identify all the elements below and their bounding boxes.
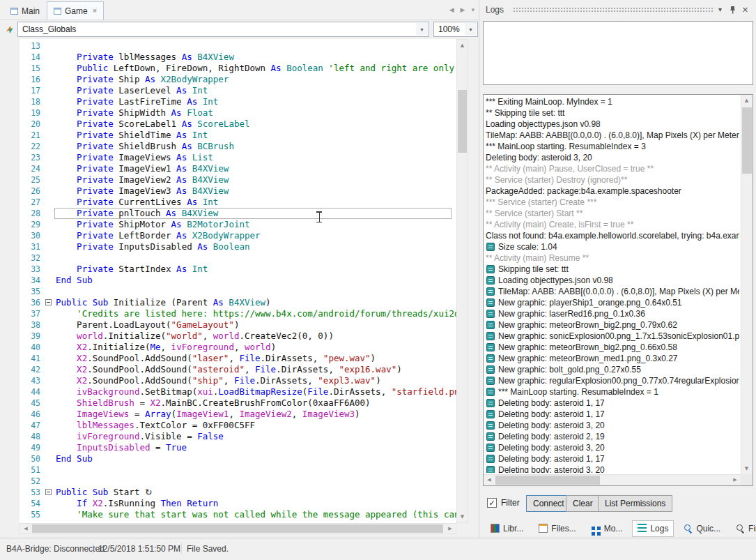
code-line[interactable]: 18 Private LastFireTime As Int (20, 96, 456, 107)
logs-output-box[interactable]: *** Exiting MainLoop. MyIndex = 1** Skip… (483, 94, 753, 486)
code-line[interactable]: 26 Private ImageView3 As B4XView (20, 186, 456, 197)
code-line[interactable]: 30 Private LeftBorder As X2BodyWrapper (20, 230, 456, 241)
log-line[interactable]: Loading objecttypes.json v0.98 (486, 119, 739, 130)
log-line[interactable]: Deleting body: asteroid 3, 20 (486, 152, 739, 163)
log-line[interactable]: Skipping tile set: ttt (486, 264, 739, 275)
log-line[interactable]: ** Activity (main) Pause, UserClosed = t… (486, 163, 739, 174)
log-line[interactable]: ** Service (starter) Destroy (ignored)** (486, 174, 739, 186)
code-line[interactable]: 40 X2.Initialize(Me, ivForeground, world… (20, 342, 456, 353)
scrollbar-thumb[interactable] (742, 107, 752, 174)
code-line[interactable]: 24 Private ImageView1 As B4XView (20, 163, 456, 174)
log-line[interactable]: New graphic: sonicExplosion00.png_1.7x1.… (486, 331, 739, 342)
code-line[interactable]: 46 ImageViews = Array(ImageView1, ImageV… (20, 409, 456, 420)
code-line[interactable]: 37 'Credits are listed here: https://www… (20, 308, 456, 319)
log-line[interactable]: New graphic: meteorBrown_big2.png_0.79x0… (486, 319, 739, 331)
sub-selector-combobox[interactable]: Class_Globals ▾ (17, 22, 429, 37)
log-line[interactable]: New graphic: playerShip1_orange.png_0.64… (486, 297, 739, 308)
log-line[interactable]: Deleting body: asteroid 1, 17 (486, 453, 739, 464)
log-line[interactable]: New graphic: regularExplosion00.png_0.77… (486, 375, 739, 386)
code-line[interactable]: 54 If X2.IsRunning Then Return (20, 498, 456, 509)
chevron-down-icon[interactable]: ▾ (416, 23, 428, 36)
code-line[interactable]: 49 InputsDisabled = True (20, 442, 456, 453)
code-line[interactable]: 13 (20, 40, 456, 52)
tab-find[interactable]: Find... (730, 520, 756, 537)
scroll-down-icon[interactable]: ▼ (741, 463, 752, 474)
log-line[interactable]: ** Service (starter) Start ** (486, 208, 739, 219)
code-line[interactable]: 20 Private ScoreLabel1 As ScoreLabel (20, 119, 456, 130)
logs-panel-header[interactable]: Logs ▾ × (479, 0, 756, 20)
code-line[interactable]: 19 Private ShipWidth As Float (20, 107, 456, 119)
scrollbar-thumb[interactable] (458, 90, 467, 153)
log-line[interactable]: *** Exiting MainLoop. MyIndex = 1 (486, 96, 739, 107)
code-line[interactable]: 34End Sub (20, 275, 456, 286)
pin-icon[interactable] (727, 4, 738, 15)
clear-button[interactable]: Clear (566, 495, 600, 512)
code-line[interactable]: 22 Private ShieldBrush As BCBrush (20, 141, 456, 152)
panel-splitter[interactable] (468, 39, 479, 534)
code-line[interactable]: 21 Private ShieldTime As Int (20, 130, 456, 141)
log-line[interactable]: New graphic: bolt_gold.png_0.27x0.55 (486, 364, 739, 375)
scroll-left-icon[interactable]: ◀ (484, 475, 495, 485)
code-line[interactable]: 28 Private pnlTouch As B4XView (20, 208, 456, 219)
log-line[interactable]: Loading objecttypes.json v0.98 (486, 275, 739, 286)
log-line[interactable]: Deleting body: asteroid 2, 19 (486, 431, 739, 442)
code-line[interactable]: 27 Private CurrentLives As Int (20, 197, 456, 208)
tab-quick-search[interactable]: Quic... (678, 520, 726, 537)
code-line[interactable]: 25 Private ImageView2 As B4XView (20, 174, 456, 186)
log-line[interactable]: New graphic: meteorBrown_big2.png_0.66x0… (486, 342, 739, 353)
tab-logs[interactable]: Logs (632, 520, 674, 537)
code-line[interactable]: 17 Private LaserLevel As Int (20, 85, 456, 96)
scroll-up-icon[interactable]: ▲ (457, 40, 468, 51)
tab-list-dropdown-icon[interactable]: ▾ (471, 6, 475, 13)
log-line[interactable]: Class not found: b4a.example.helloworld.… (486, 230, 739, 241)
code-line[interactable]: 41 X2.SoundPool.AddSound("laser", File.D… (20, 353, 456, 364)
code-line[interactable]: 33 Private StartIndex As Int (20, 264, 456, 275)
tab-close-icon[interactable]: × (93, 7, 97, 15)
scroll-right-icon[interactable]: ▶ (445, 524, 456, 533)
editor-vertical-scrollbar[interactable]: ▲ ▼ (456, 39, 468, 523)
log-line[interactable]: ** Activity (main) Create, isFirst = tru… (486, 219, 739, 230)
scroll-up-icon[interactable]: ▲ (741, 95, 752, 106)
code-line[interactable]: 14 Private lblMessages As B4XView (20, 52, 456, 63)
logs-vertical-scrollbar[interactable]: ▲ ▼ (741, 95, 753, 474)
chevron-down-icon[interactable]: ▾ (465, 23, 477, 36)
window-position-dropdown-icon[interactable]: ▾ (715, 4, 725, 15)
log-line[interactable]: Deleting body: asteroid 3, 20 (486, 442, 739, 453)
log-line[interactable]: *** Service (starter) Create *** (486, 197, 739, 208)
logs-horizontal-scrollbar[interactable]: ◀ ▶ (484, 474, 741, 485)
filter-checkbox[interactable]: ✓ (487, 498, 497, 508)
code-line[interactable]: 48 ivForeground.Visible = False (20, 431, 456, 442)
code-line[interactable]: 16 Private Ship As X2BodyWrapper (20, 74, 456, 85)
code-line[interactable]: 44 ivBackground.SetBitmap(xui.LoadBitmap… (20, 386, 456, 398)
tab-main[interactable]: Main (3, 1, 47, 20)
code-line[interactable]: 35 (20, 286, 456, 297)
tab-files[interactable]: Files... (533, 520, 581, 537)
code-line[interactable]: 38 Parent.LoadLayout("GameLayout") (20, 319, 456, 331)
tab-modules[interactable]: Mo... (586, 520, 628, 537)
tab-scroll-left-icon[interactable]: ◀ (449, 6, 454, 13)
code-line[interactable]: 42 X2.SoundPool.AddSound("asteroid", Fil… (20, 364, 456, 375)
zoom-combobox[interactable]: 100% ▾ (433, 22, 478, 37)
log-line[interactable]: *** MainLoop starting. ResumableIndex = … (486, 386, 739, 398)
close-icon[interactable]: × (740, 4, 750, 15)
log-line[interactable]: Size scale: 1.04 (486, 241, 739, 252)
code-line[interactable]: 31 Private InputsDisabled As Boolean (20, 241, 456, 252)
log-line[interactable]: Deleting body: asteroid 1, 17 (486, 409, 739, 420)
scroll-left-icon[interactable]: ◀ (20, 524, 31, 533)
code-line[interactable]: 36Public Sub Initialize (Parent As B4XVi… (20, 297, 456, 308)
log-line[interactable]: Deleting body: asteroid 3, 20 (486, 420, 739, 431)
tab-scroll-right-icon[interactable]: ▶ (461, 6, 465, 13)
log-line[interactable]: PackageAdded: package:b4a.example.spaces… (486, 186, 739, 197)
editor-horizontal-scrollbar[interactable]: ◀ ▶ (20, 523, 456, 534)
code-line[interactable]: 47 lblMessages.TextColor = 0xFF00C5FF (20, 420, 456, 431)
log-line[interactable]: ** Activity (main) Resume ** (486, 252, 739, 264)
code-line[interactable]: 52 (20, 476, 456, 487)
fold-collapse-icon[interactable] (45, 489, 52, 495)
log-line[interactable]: *** MainLoop starting. ResumableIndex = … (486, 141, 739, 152)
code-line[interactable]: 50End Sub (20, 453, 456, 464)
log-line[interactable]: New graphic: laserRed16.png_0.1x0.36 (486, 308, 739, 319)
code-line[interactable]: 51 (20, 464, 456, 476)
connect-button[interactable]: Connect (526, 495, 571, 512)
tab-game[interactable]: Game × (47, 1, 104, 20)
drag-grip[interactable] (513, 7, 713, 13)
